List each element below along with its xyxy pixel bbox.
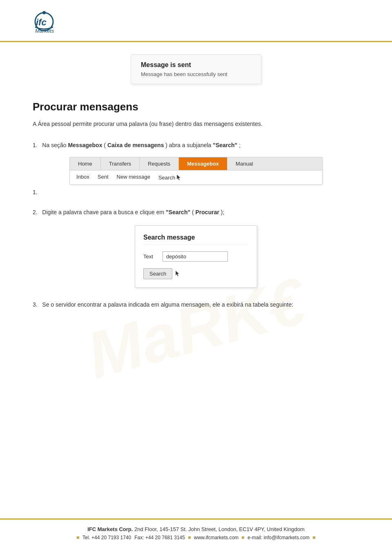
success-description: Message has been successfully sent [141,71,251,77]
step-2-text: 2. Digite a palavra chave para a busca e… [33,208,359,217]
step-2-before: Digite a palavra chave para a busca e cl… [42,209,166,215]
step-1-search-label: "Search" [213,142,237,148]
success-box: Message is sent Message has been success… [131,54,261,84]
footer-dot-1 [77,536,79,539]
nav-tab-home[interactable]: Home [70,157,101,170]
footer-contact: Tel. +44 20 7193 1740 Fax: +44 20 7681 3… [24,535,368,540]
nav-sub-inbox[interactable]: Inbox [76,174,89,181]
nav-tab-messagebox[interactable]: Messagebox [179,157,227,170]
footer: IFC Markets Corp. 2nd Floor, 145-157 St.… [0,518,392,547]
search-modal: Search message Text Search [135,225,257,288]
nav-sub-newmessage[interactable]: New message [117,174,150,181]
step-1-paren-open: ( [104,142,106,148]
step-2-number: 2. [33,209,40,215]
header: ifc Markets [0,0,392,42]
nav-tab-requests[interactable]: Requests [140,157,179,170]
footer-company: IFC Markets Corp. 2nd Floor, 145-157 St.… [24,526,368,532]
main-content: MaRK€ Message is sent Message has been s… [0,42,392,334]
footer-dot-3 [242,536,244,539]
watermark: MaRK€ [0,144,392,512]
logo-svg: ifc Markets [24,7,90,36]
step-1-caixa: Caixa de mensagens [107,142,164,148]
section-intro: A Área pessoal permite procurar uma pala… [33,120,359,128]
nav-top: Home Transfers Requests Messagebox Manua… [70,157,322,170]
step-1-number: 1. [33,142,40,148]
step-3-content: Se o servidor encontrar a palavra indica… [42,301,293,308]
search-text-input[interactable] [163,251,228,262]
footer-dot-4 [313,536,315,539]
svg-text:ifc: ifc [36,17,47,27]
step-3-text: 3. Se o servidor encontrar a palavra ind… [33,300,359,309]
step-2-end: ); [221,209,225,215]
step-2-procurar: Procurar [196,209,219,215]
nav-mock: Home Transfers Requests Messagebox Manua… [69,157,323,185]
step-1-after: ) abra a subjanela [165,142,213,148]
footer-fax: Fax: +44 20 7681 3145 [134,535,185,540]
footer-address: 2nd Floor, 145-157 St. John Street, Lond… [134,526,305,532]
step-2-paren-open: ( [192,209,194,215]
step-1-before: Na seção [42,142,68,148]
nav-sub-sent[interactable]: Sent [98,174,109,181]
cursor-icon [176,174,182,181]
step-1-messagebox: Messagebox [68,142,102,148]
footer-company-name: IFC Markets Corp. [87,526,133,532]
search-modal-title: Search message [143,234,249,245]
success-title: Message is sent [141,61,251,69]
search-button-label: Search [149,271,166,277]
search-cursor-icon [175,270,180,277]
search-button[interactable]: Search [143,268,172,279]
step-1-bottom-number: 1. [33,189,359,195]
step-2-search-label: "Search" [166,209,190,215]
step-1: 1. Na seção Messagebox ( Caixa de mensag… [33,141,359,195]
step-2: 2. Digite a palavra chave para a busca e… [33,208,359,287]
section-heading: Procurar mensagens [33,101,359,113]
footer-website: www.ifcmarkets.com [194,535,238,540]
step-3-number: 3. [33,301,40,308]
nav-sub: Inbox Sent New message Search [70,170,322,184]
svg-point-1 [42,11,46,14]
nav-tab-manual[interactable]: Manual [227,157,261,170]
footer-tel: Tel. +44 20 7193 1740 [82,535,131,540]
step-3: 3. Se o servidor encontrar a palavra ind… [33,300,359,309]
footer-dot-2 [188,536,191,539]
search-form-row: Text [143,251,249,262]
logo: ifc Markets [24,7,90,36]
nav-tab-transfers[interactable]: Transfers [101,157,140,170]
step-1-text: 1. Na seção Messagebox ( Caixa de mensag… [33,141,359,150]
footer-email: e-mail: info@ifcmarkets.com [247,535,310,540]
nav-sub-search[interactable]: Search [158,174,182,181]
search-button-row: Search [143,268,249,279]
step-1-semicolon: ; [239,142,241,148]
svg-text:Markets: Markets [35,28,54,34]
text-label: Text [143,253,158,260]
